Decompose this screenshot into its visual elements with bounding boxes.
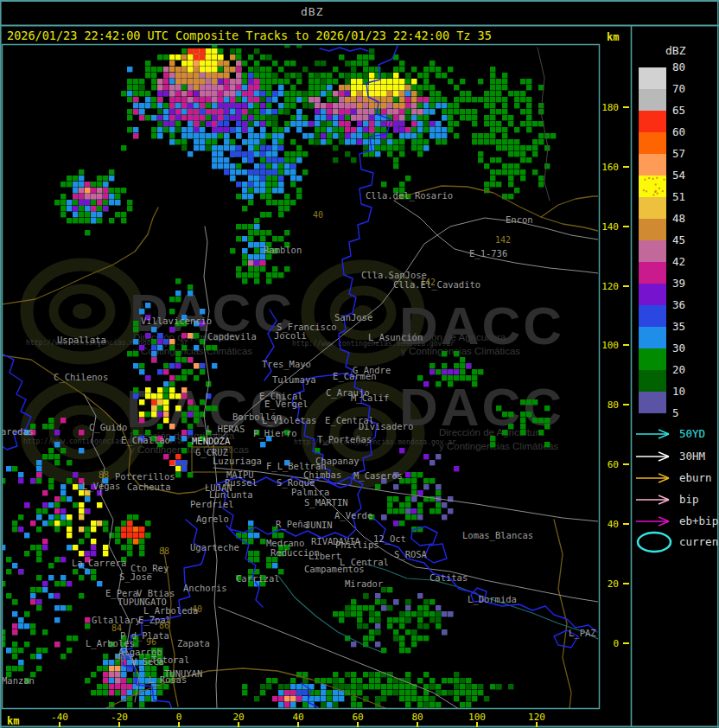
place-label: C_Guido xyxy=(89,422,127,433)
colorbar-band xyxy=(639,262,666,284)
place-label: aredas xyxy=(1,426,34,437)
x-tick-label: -20 xyxy=(111,712,128,723)
place-label: S_Jose xyxy=(119,572,152,583)
place-label: P_Hierro xyxy=(253,428,297,439)
place-label: 12_Oct xyxy=(373,533,406,545)
x-axis: km-40-20020406080100120 xyxy=(7,712,545,727)
colorbar-value-label: 48 xyxy=(672,212,685,225)
legend-item-label: 30HM xyxy=(679,450,705,463)
legend-item-label: eburn xyxy=(679,471,712,484)
y-tick-label: 160 xyxy=(601,162,619,173)
place-label: L_PAZ xyxy=(569,628,596,639)
place-label: SanJose xyxy=(334,312,372,322)
x-tick-label: 0 xyxy=(176,712,182,723)
place-label: M_Caseros xyxy=(353,470,403,482)
place-label: L_Rosas xyxy=(149,674,187,686)
place-label: Encon xyxy=(506,214,533,225)
place-label: Perdriel xyxy=(190,499,234,509)
colorbar-value-label: 35 xyxy=(672,320,685,333)
place-label: Clla.El_Cavadito xyxy=(393,279,480,291)
radar-app-window: dBZ 2026/01/23 22:42:00 UTC Composite Tr… xyxy=(0,0,719,728)
place-label: E_1-736 xyxy=(469,248,507,259)
colorbar-value-label: 42 xyxy=(672,255,685,268)
legend-item-label: current xyxy=(679,535,719,548)
place-label: Cacheuta xyxy=(127,482,171,492)
colorbar-value-label: 51 xyxy=(672,190,685,203)
colorbar-value-label: 36 xyxy=(672,298,685,311)
place-label: L_Dormida xyxy=(468,594,517,605)
place-label: Divisadero xyxy=(359,421,413,431)
colorbar-value-label: 5 xyxy=(672,406,679,419)
place-label: Uspallata xyxy=(57,335,106,345)
radar-echo-field xyxy=(54,169,132,235)
radar-echo-field xyxy=(0,599,48,683)
radar-echo-field xyxy=(12,623,17,635)
legend-item-label: eb+bip xyxy=(679,514,718,527)
y-tick-label: 120 xyxy=(601,281,619,292)
place-label: Gltallary xyxy=(92,615,141,625)
place-label: Palmira xyxy=(291,487,329,497)
title-text: 2026/01/23 22:42:00 UTC Composite Tracks… xyxy=(7,29,492,42)
y-tick-label: 40 xyxy=(608,519,619,530)
x-tick-label: 40 xyxy=(292,712,303,723)
road-olive xyxy=(554,520,571,709)
route-number-label: 40 xyxy=(313,210,323,220)
colorbar-band xyxy=(639,348,666,370)
place-label: Manzan xyxy=(2,675,35,686)
place-label: Libert xyxy=(309,551,341,561)
route-number-label: 88 xyxy=(99,470,109,480)
radar-map: DACCDACCDACCDACCDirección de Agricultura… xyxy=(0,42,598,709)
radar-echo-field xyxy=(151,399,156,405)
place-label: Chapanay xyxy=(315,456,360,466)
colorbar-band xyxy=(639,392,666,413)
radar-echo-field xyxy=(333,587,453,653)
colorbar-value-label: 65 xyxy=(672,104,685,117)
place-label: L_Asunción xyxy=(368,332,423,343)
radar-echo-field xyxy=(254,260,259,265)
x-tick-label: 80 xyxy=(411,712,423,723)
place-label: T_Porteñas xyxy=(317,434,372,445)
track-legend: 50YD30HMeburnbipeb+bipcurrent xyxy=(636,427,719,552)
colorbar-band xyxy=(639,89,666,111)
watermark-caption: y Contingencias Climáticas xyxy=(133,346,252,356)
place-label: Zapata xyxy=(177,638,210,648)
colorbar-band xyxy=(639,370,666,392)
colorbar-band xyxy=(639,154,666,176)
colorbar-value-label: 10 xyxy=(672,385,685,398)
colorbar-value-label: 39 xyxy=(672,277,685,290)
colorbar-title: dBZ xyxy=(665,44,686,57)
radar-echo-field xyxy=(85,188,90,193)
place-label: Capdevila xyxy=(207,331,257,342)
y-tick-label: 80 xyxy=(608,399,619,411)
boundary-line xyxy=(320,48,368,51)
y-tick-label: 100 xyxy=(601,340,619,351)
place-label: Anchoris xyxy=(183,583,227,593)
colorbar-value-label: 80 xyxy=(672,61,685,73)
colorbar-band xyxy=(639,67,666,89)
radar-echo-field xyxy=(109,666,120,671)
y-tick-label: 140 xyxy=(601,221,619,233)
x-tick-label: -40 xyxy=(51,712,68,723)
colorbar-band xyxy=(639,132,666,154)
current-ellipse-icon xyxy=(638,533,671,552)
place-label: R_Peña xyxy=(276,519,309,530)
place-label: Ramblon xyxy=(264,245,302,255)
radar-echo-field xyxy=(466,67,556,199)
place-label: E_Zpal xyxy=(138,615,171,626)
radar-scene: DACCDACCDACCDACCDirección de Agricultura… xyxy=(0,0,719,728)
place-label: A_Verde xyxy=(334,510,372,521)
radar-echo-field xyxy=(6,617,41,665)
x-tick-label: 60 xyxy=(352,712,363,723)
place-label: M_Calif xyxy=(351,393,389,404)
place-label: JUNIN xyxy=(305,520,333,530)
colorbar-band xyxy=(639,197,666,219)
place-label: L_Vegas xyxy=(82,481,120,492)
place-label: E_Carmen xyxy=(333,371,377,382)
colorbar-band xyxy=(639,284,666,305)
y-tick-label: 180 xyxy=(601,102,619,113)
colorbar-band xyxy=(639,111,666,132)
y-tick-label: 20 xyxy=(608,578,619,590)
place-label: Lomas_Blancas xyxy=(462,530,533,541)
place-label: Luzuriaga xyxy=(213,456,262,466)
colorbar-value-label: 45 xyxy=(672,233,685,246)
